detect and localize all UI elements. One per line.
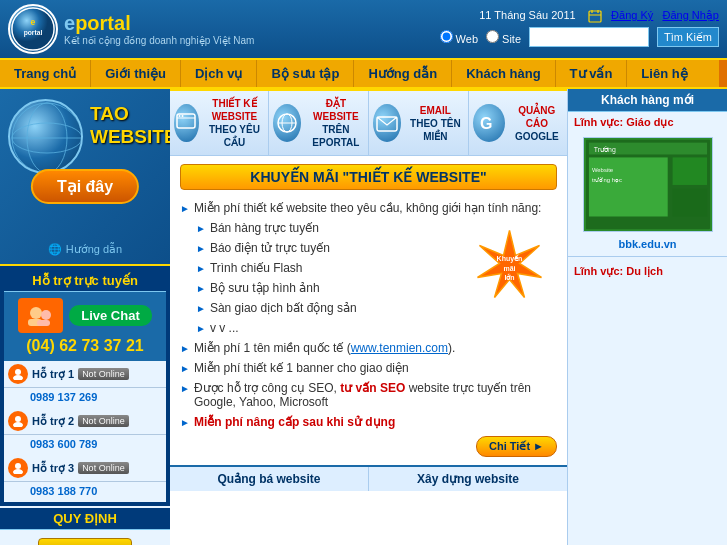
right-sidebar-title: Khách hàng mới [568, 89, 727, 112]
support-row-1: Hỗ trợ 1 Not Online [4, 361, 166, 388]
service-icon-datweb[interactable]: ĐẶT WEBSITE TRÊN EPORTAL [269, 91, 369, 155]
radio-site-label[interactable]: Site [486, 30, 521, 45]
nav-huongdan[interactable]: Hướng dẫn [354, 60, 451, 87]
login-link[interactable]: Đăng Nhập [662, 9, 719, 21]
livechat-area: Live Chat (04) 62 73 37 21 [4, 292, 166, 361]
nav-right-bar [719, 60, 727, 87]
globe-icon: 🌐 [48, 243, 62, 256]
brand-name: eportal [64, 12, 254, 35]
promo-item-0: Miễn phí thiết kế website theo yêu cầu, … [180, 198, 557, 218]
service-icon-thietke[interactable]: THIẾT KẾ WEBSITE THEO YÊU CẦU [170, 91, 269, 155]
svg-text:trường học: trường học [591, 177, 621, 184]
nav-trangchu[interactable]: Trang chủ [0, 60, 90, 87]
promo-item-8: Miễn phí thiết kế 1 banner cho giao diện [180, 358, 557, 378]
svg-point-16 [13, 375, 23, 380]
hero-globe [8, 99, 83, 174]
svg-text:Trường: Trường [593, 146, 615, 154]
hero-cta-button[interactable]: Tại đây [31, 169, 139, 204]
support-row-3: Hỗ trợ 3 Not Online [4, 455, 166, 482]
starburst: Khuyến mãi lớn [472, 228, 547, 303]
livechat-label[interactable]: Live Chat [69, 305, 152, 326]
tab-xaydung[interactable]: Xây dựng website [369, 467, 567, 491]
service-text-1: THIẾT KẾ WEBSITE THEO YÊU CẦU [205, 97, 265, 149]
main-layout: TAO WEBSITE Tại đây 🌐 Hướng dẫn Hỗ trợ t… [0, 89, 727, 545]
service-icon-quangcao[interactable]: G QUẢNG CÁO GOOGLE [469, 91, 567, 155]
radio-web[interactable] [440, 30, 453, 43]
sidebar-divider [568, 256, 727, 257]
calendar-icon [588, 9, 602, 23]
promo-content-wrap: Miễn phí thiết kế website theo yêu cầu, … [180, 198, 557, 457]
svg-point-18 [13, 422, 23, 427]
svg-point-24 [182, 115, 184, 117]
register-link[interactable]: Đăng Ký [611, 9, 653, 21]
service-text-3: EMAIL THEO TÊN MIỀN [407, 104, 464, 143]
svg-rect-40 [672, 189, 706, 217]
svg-point-20 [13, 469, 23, 474]
svg-rect-14 [37, 320, 50, 326]
logo-text: eportal Kết nối cộng đồng doanh nghiệp V… [64, 12, 254, 46]
quy-dinh-title: QUY ĐỊNH [0, 508, 170, 530]
thanh-toan-button[interactable]: Thanh toán [38, 538, 133, 545]
svg-point-23 [179, 115, 181, 117]
service-text-2: ĐẶT WEBSITE TRÊN EPORTAL [307, 97, 364, 149]
nav-dichvu[interactable]: Dịch vụ [181, 60, 256, 87]
svg-point-17 [15, 416, 21, 422]
search-button[interactable]: Tìm Kiếm [657, 27, 719, 47]
tenmien-link[interactable]: www.tenmien.com [351, 341, 448, 355]
support-label-3: Hỗ trợ 3 [32, 462, 74, 475]
service-text-4: QUẢNG CÁO GOOGLE [511, 104, 563, 143]
svg-point-11 [30, 307, 42, 319]
svg-text:mãi: mãi [503, 265, 515, 272]
support-status-2[interactable]: Not Online [78, 415, 129, 427]
support-phone-3: 0983 188 770 [4, 482, 166, 502]
logo-area: e portal eportal Kết nối cộng đồng doanh… [8, 4, 254, 54]
svg-point-12 [41, 310, 51, 320]
right-field-2: Lĩnh vực: Du lịch [568, 261, 727, 282]
right-field-2-value: Du lịch [626, 265, 663, 277]
nav-lienhe[interactable]: Liên hệ [627, 60, 701, 87]
radio-web-label[interactable]: Web [440, 30, 478, 45]
quy-dinh-section: QUY ĐỊNH Thanh toán [0, 508, 170, 545]
hero-footer: 🌐 Hướng dẫn [48, 243, 122, 256]
client-domain: bbk.edu.vn [568, 236, 727, 252]
support-rows: Hỗ trợ 1 Not Online 0989 137 269 Hỗ trợ … [4, 361, 166, 502]
radio-site[interactable] [486, 30, 499, 43]
support-status-1[interactable]: Not Online [78, 368, 129, 380]
client-website-img: Trường Website trường học [583, 137, 713, 232]
right-sidebar: Khách hàng mới Lĩnh vực: Giáo dục Trường… [567, 89, 727, 545]
search-row: Web Site Tìm Kiếm [440, 27, 719, 47]
support-phone: (04) 62 73 37 21 [26, 337, 143, 355]
promo-section: KHUYẾN MÃI "THIẾT KẾ WEBSITE" Miễn phí t… [170, 156, 567, 465]
date-display: 11 Tháng Sáu 2011 Đăng Ký Đăng Nhập [440, 9, 719, 23]
support-title: Hỗ trợ trực tuyến [4, 270, 166, 292]
center-content: THIẾT KẾ WEBSITE THEO YÊU CẦU ĐẶT WEBSIT… [170, 89, 567, 545]
hero-title: TAO WEBSITE [90, 103, 166, 149]
header-right: 11 Tháng Sáu 2011 Đăng Ký Đăng Nhập Web … [440, 9, 719, 49]
svg-point-15 [15, 369, 21, 375]
livechat-icon [18, 298, 63, 333]
support-phone-2: 0983 600 789 [4, 435, 166, 455]
support-icon-2 [8, 411, 28, 431]
service-icon-img-4: G [473, 104, 505, 142]
chi-tiet-button[interactable]: Chi Tiết ► [476, 436, 557, 457]
svg-rect-39 [672, 157, 706, 185]
hero-banner: TAO WEBSITE Tại đây 🌐 Hướng dẫn [0, 89, 170, 264]
svg-text:G: G [480, 115, 492, 132]
tab-quangba[interactable]: Quảng bá website [170, 467, 369, 491]
nav-bosuutap[interactable]: Bộ sưu tập [257, 60, 353, 87]
support-row-2: Hỗ trợ 2 Not Online [4, 408, 166, 435]
service-icon-img-3 [373, 104, 401, 142]
svg-point-19 [15, 463, 21, 469]
support-status-3[interactable]: Not Online [78, 462, 129, 474]
left-sidebar: TAO WEBSITE Tại đây 🌐 Hướng dẫn Hỗ trợ t… [0, 89, 170, 545]
nav-tuvan[interactable]: Tư vấn [556, 60, 627, 87]
support-label-1: Hỗ trợ 1 [32, 368, 74, 381]
promo-item-10: Miễn phí nâng cấp sau khi sử dụng [180, 412, 557, 432]
search-input[interactable] [529, 27, 649, 47]
nav-khachhang[interactable]: Khách hàng [452, 60, 554, 87]
chi-tiet-area: Chi Tiết ► [180, 436, 557, 457]
support-label-2: Hỗ trợ 2 [32, 415, 74, 428]
right-field-1-value: Giáo dục [626, 116, 673, 128]
service-icon-email[interactable]: EMAIL THEO TÊN MIỀN [369, 91, 468, 155]
nav-gioithieu[interactable]: Giới thiệu [91, 60, 180, 87]
